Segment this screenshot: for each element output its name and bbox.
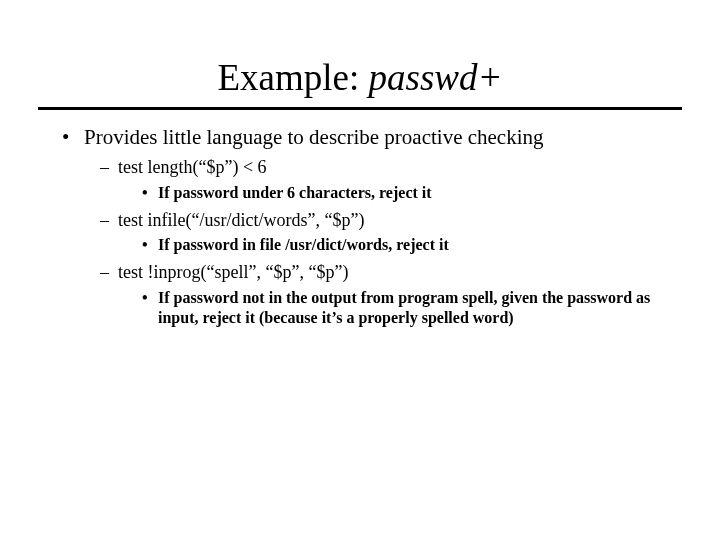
bullet-main: Provides little language to describe pro… [58, 124, 662, 150]
slide-body: Provides little language to describe pro… [58, 124, 662, 328]
title-underline [38, 107, 682, 110]
bullet-test-3: test !inprog(“spell”, “$p”, “$p”) [58, 261, 662, 284]
bullet-desc-3: If password not in the output from progr… [58, 288, 662, 328]
bullet-desc-2: If password in file /usr/dict/words, rej… [58, 235, 662, 255]
title-text-plain: Example: [218, 57, 369, 98]
title-text-italic: passwd+ [369, 57, 503, 98]
slide-title: Example: passwd+ [0, 56, 720, 99]
slide: Example: passwd+ Provides little languag… [0, 56, 720, 540]
bullet-test-1: test length(“$p”) < 6 [58, 156, 662, 179]
bullet-test-2: test infile(“/usr/dict/words”, “$p”) [58, 209, 662, 232]
bullet-desc-1: If password under 6 characters, reject i… [58, 183, 662, 203]
